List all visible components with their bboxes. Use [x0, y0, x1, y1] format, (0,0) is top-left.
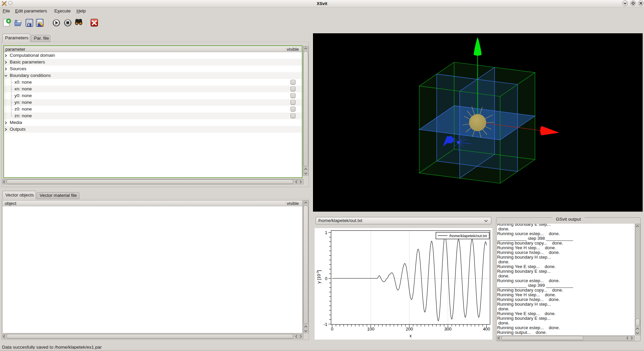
- svg-text:y [10-3]: y [10-3]: [316, 270, 321, 283]
- svg-text:/home/klapetek/out.txt: /home/klapetek/out.txt: [449, 234, 487, 238]
- svg-text:300: 300: [444, 326, 452, 332]
- svg-text:0: 0: [331, 326, 333, 332]
- svg-text:100: 100: [367, 326, 374, 332]
- svg-text:0: 0: [325, 276, 327, 281]
- svg-text:200: 200: [406, 326, 413, 332]
- svg-text:-1: -1: [323, 322, 327, 327]
- svg-text:x: x: [410, 333, 412, 338]
- svg-text:400: 400: [483, 326, 490, 332]
- svg-text:1: 1: [325, 230, 327, 235]
